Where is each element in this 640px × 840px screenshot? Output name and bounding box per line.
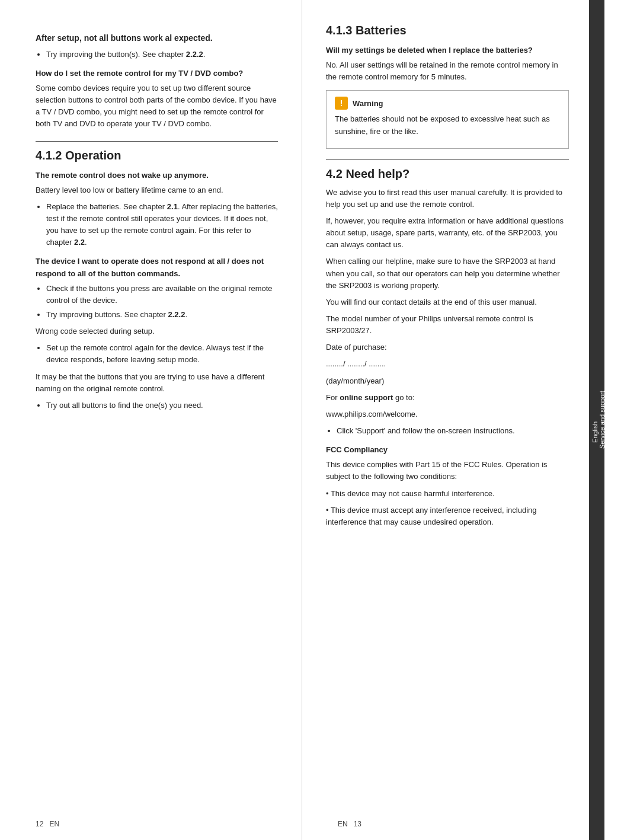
side-tab: English Service and support <box>589 0 604 840</box>
online-url: www.philips.com/welcome. <box>326 408 569 420</box>
settings-subsection: Will my settings be deleted when I repla… <box>326 44 569 83</box>
need-help-section: 4.2 Need help? We advise you to first re… <box>326 167 569 528</box>
after-setup-list: Try improving the button(s). See chapter… <box>46 49 278 60</box>
settings-body: No. All user settings will be retained i… <box>326 59 569 83</box>
batteries-section: 4.1.3 Batteries Will my settings be dele… <box>326 24 569 149</box>
need-help-para1: We advise you to first read this user ma… <box>326 187 569 210</box>
warning-label: Warning <box>353 99 383 108</box>
device-list: Check if the buttons you press are avail… <box>46 283 278 321</box>
settings-heading: Will my settings be deleted when I repla… <box>326 44 569 56</box>
after-setup-heading: After setup, not all buttons work al exp… <box>36 32 278 45</box>
warning-box: ! Warning The batteries should not be ex… <box>326 90 569 148</box>
device-bullet1: Check if the buttons you press are avail… <box>46 283 278 306</box>
page-number-right: EN 13 <box>338 820 361 828</box>
device-bullet2: Try improving buttons. See chapter 2.2.2… <box>46 309 278 321</box>
wrong-code-bullet: Set up the remote control again for the … <box>46 342 278 366</box>
wrong-code-list: Set up the remote control again for the … <box>46 342 278 366</box>
dvd-heading: How do I set the remote control for my T… <box>36 68 278 79</box>
dvd-body: Some combo devices require you to set up… <box>36 82 278 130</box>
left-column: After setup, not all buttons work al exp… <box>0 0 302 840</box>
after-setup-section: After setup, not all buttons work al exp… <box>36 32 278 130</box>
divider-operation <box>36 141 278 142</box>
operation-title: 4.1.2 Operation <box>36 149 278 162</box>
fcc-heading: FCC Compliancy <box>326 444 569 456</box>
wrong-code: Wrong code selected during setup. <box>36 325 278 337</box>
device-subsection: The device I want to operate does not re… <box>36 255 278 366</box>
fcc-bullet1: • This device may not cause harmful inte… <box>326 488 569 500</box>
online-support-line: For online support go to: <box>326 392 569 404</box>
footer-right: EN 13 <box>338 820 587 828</box>
date-format: (day/month/year) <box>326 375 569 387</box>
warning-body: The batteries should not be exposed to e… <box>335 113 560 137</box>
batteries-title: 4.1.3 Batteries <box>326 24 569 37</box>
fcc-body: This device complies with Part 15 of the… <box>326 459 569 483</box>
online-bullet: Click 'Support' and follow the on-screen… <box>337 425 569 437</box>
need-help-para3: When calling our helpline, make sure to … <box>326 255 569 291</box>
date-label: Date of purchase: <box>326 341 569 353</box>
need-help-title: 4.2 Need help? <box>326 167 569 181</box>
need-help-para2: If, however, you require extra informati… <box>326 215 569 251</box>
warning-icon: ! <box>335 97 348 110</box>
side-tab-english: English <box>591 421 599 442</box>
divider-need-help <box>326 159 569 160</box>
after-setup-bullet1: Try improving the button(s). See chapter… <box>46 49 278 60</box>
wake-list: Replace the batteries. See chapter 2.1. … <box>46 201 278 249</box>
need-help-para4: You will find our contact details at the… <box>326 296 569 308</box>
fcc-bullet2: • This device must accept any interferen… <box>326 504 569 528</box>
try-buttons-bullet: Try out all buttons to find the one(s) y… <box>46 400 278 411</box>
date-value: ......../ ......../ ........ <box>326 358 569 370</box>
device-heading: The device I want to operate does not re… <box>36 255 278 279</box>
page-number-left: 12 EN <box>36 820 59 828</box>
naming-paragraph: It may be that the buttons that you are … <box>36 371 278 395</box>
warning-header: ! Warning <box>335 97 560 110</box>
need-help-para5: The model number of your Philips univers… <box>326 313 569 337</box>
dvd-subsection: How do I set the remote control for my T… <box>36 68 278 130</box>
wake-body: Battery level too low or battery lifetim… <box>36 184 278 196</box>
wake-subsection: The remote control does not wake up anym… <box>36 170 278 249</box>
try-buttons-list: Try out all buttons to find the one(s) y… <box>46 400 278 411</box>
wake-heading: The remote control does not wake up anym… <box>36 170 278 181</box>
right-column: 4.1.3 Batteries Will my settings be dele… <box>302 0 604 840</box>
online-list: Click 'Support' and follow the on-screen… <box>337 425 569 437</box>
operation-section: 4.1.2 Operation The remote control does … <box>36 149 278 411</box>
wake-bullet1: Replace the batteries. See chapter 2.1. … <box>46 201 278 249</box>
page: After setup, not all buttons work al exp… <box>0 0 640 840</box>
side-tab-service: Service and support <box>599 391 606 449</box>
